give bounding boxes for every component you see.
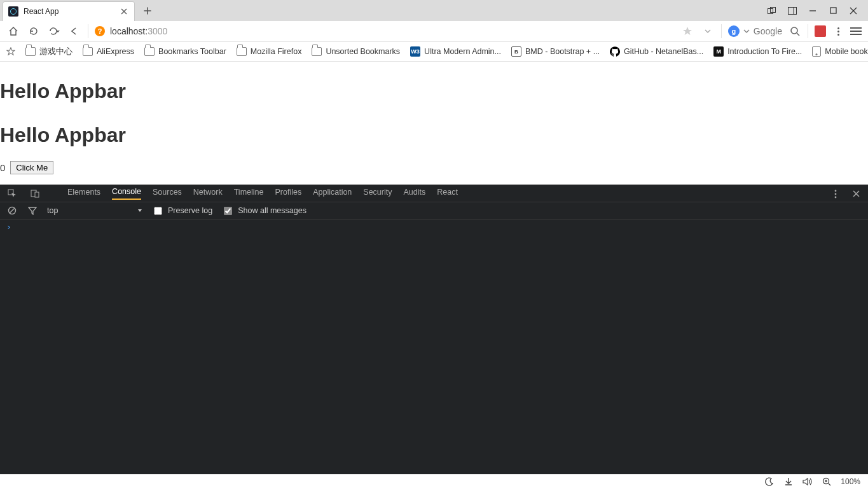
reload-button[interactable] (27, 24, 41, 38)
devtools-tab-timeline[interactable]: Timeline (234, 188, 264, 199)
downloads-icon[interactable] (783, 477, 794, 487)
history-button[interactable] (47, 24, 61, 38)
devtools-tab-console[interactable]: Console (112, 187, 141, 200)
bookmark-item[interactable]: Mozilla Firefox (237, 47, 302, 56)
search-button[interactable] (789, 26, 801, 36)
new-tab-button[interactable] (139, 2, 156, 20)
svg-line-7 (797, 33, 799, 36)
kebab-menu-button[interactable] (832, 27, 844, 36)
context-value: top (47, 206, 58, 215)
bookmark-item[interactable]: Unsorted Bookmarks (312, 47, 400, 56)
window-sidebar-icon[interactable] (787, 5, 798, 17)
devtools-tabs: Elements Console Sources Network Timelin… (0, 185, 868, 202)
folder-icon (312, 47, 322, 56)
hamburger-menu-button[interactable] (850, 27, 862, 35)
dropdown-chevron-icon[interactable] (701, 24, 715, 38)
volume-icon[interactable] (803, 477, 813, 487)
react-favicon-icon (8, 6, 18, 17)
device-toolbar-icon[interactable] (29, 188, 41, 199)
bookmark-item[interactable]: AliExpress (83, 47, 134, 56)
counter-row: 0 Click Me (0, 161, 868, 174)
page-heading-1: Hello Appbar (0, 62, 868, 103)
devtools-tab-sources[interactable]: Sources (153, 188, 182, 199)
svg-rect-2 (789, 7, 797, 14)
page-heading-2: Hello Appbar (0, 103, 868, 147)
console-toolbar: top Preserve log Show all messages (0, 202, 868, 220)
devtools-close-button[interactable] (850, 188, 862, 200)
devtools-tab-audits[interactable]: Audits (403, 188, 425, 199)
bookmarks-star-icon[interactable] (6, 46, 15, 57)
preserve-log-input[interactable] (154, 207, 162, 215)
w3-icon: W3 (410, 46, 420, 57)
devtools-panel: Elements Console Sources Network Timelin… (0, 185, 868, 474)
devtools-tab-react[interactable]: React (437, 188, 458, 199)
window-maximize-button[interactable] (827, 5, 839, 17)
console-prompt-icon: › (6, 222, 11, 232)
url-port: 3000 (148, 26, 167, 36)
svg-point-13 (835, 196, 837, 198)
devtools-tab-elements[interactable]: Elements (67, 188, 100, 199)
extension-icon[interactable] (815, 25, 826, 37)
svg-point-11 (835, 190, 837, 192)
bookmark-label: GitHub - NetanelBas... (624, 47, 703, 56)
system-tray: 100% (0, 474, 868, 488)
filter-icon[interactable] (27, 205, 38, 216)
google-icon: g (728, 25, 740, 37)
devtools-kebab-button[interactable] (830, 188, 841, 200)
preserve-log-checkbox[interactable]: Preserve log (151, 205, 212, 217)
night-mode-icon[interactable] (764, 477, 775, 487)
svg-line-15 (10, 208, 15, 213)
bookmark-label: AliExpress (97, 47, 134, 56)
search-provider[interactable]: g Google (728, 25, 782, 37)
folder-icon (25, 47, 36, 56)
clear-console-button[interactable] (6, 205, 18, 216)
bookmark-item[interactable]: Bookmarks Toolbar (144, 47, 226, 56)
bookmark-item[interactable]: W3Ultra Modern Admin... (410, 46, 501, 57)
url-field[interactable]: ? localhost:3000 (95, 23, 674, 39)
site-warning-icon: ? (95, 26, 105, 36)
browser-tab-active[interactable]: React App (3, 1, 135, 21)
page-viewport: Hello Appbar Hello Appbar 0 Click Me (0, 62, 868, 185)
zoom-level: 100% (841, 477, 860, 486)
devtools-tab-profiles[interactable]: Profiles (275, 188, 301, 199)
window-minimize-button[interactable] (807, 5, 818, 17)
url-text: localhost:3000 (110, 26, 167, 36)
bmd-icon: B (511, 46, 521, 57)
bookmark-item[interactable]: BBMD - Bootstrap + ... (511, 46, 600, 57)
preserve-log-label: Preserve log (168, 206, 212, 215)
bookmark-star-button[interactable] (680, 24, 694, 38)
inspect-element-icon[interactable] (6, 188, 18, 199)
devtools-tab-security[interactable]: Security (363, 188, 392, 199)
bookmark-item[interactable]: 游戏中心 (25, 46, 72, 57)
home-button[interactable] (6, 24, 20, 38)
mobile-bookmarks[interactable]: Mobile bookmarks (812, 46, 868, 57)
window-tabs-icon[interactable] (766, 5, 778, 17)
zoom-icon[interactable] (822, 477, 832, 487)
svg-rect-10 (35, 192, 39, 197)
bookmark-item[interactable]: GitHub - NetanelBas... (610, 46, 703, 57)
tab-title: React App (24, 7, 114, 16)
console-output[interactable]: › (0, 220, 868, 474)
address-bar: ? localhost:3000 g Google (0, 21, 868, 42)
medium-icon: M (713, 46, 724, 57)
svg-point-12 (835, 193, 837, 195)
tab-close-button[interactable] (119, 6, 129, 17)
url-host: localhost: (110, 26, 148, 36)
mobile-device-icon (812, 46, 821, 57)
bookmarks-bar: 游戏中心 AliExpress Bookmarks Toolbar Mozill… (0, 42, 868, 62)
show-all-input[interactable] (224, 207, 232, 215)
separator (721, 24, 722, 38)
devtools-tab-network[interactable]: Network (193, 188, 223, 199)
devtools-tab-application[interactable]: Application (313, 188, 352, 199)
back-button[interactable] (67, 24, 81, 38)
context-selector[interactable]: top (47, 206, 142, 215)
folder-icon (83, 47, 93, 56)
bookmark-label: 游戏中心 (39, 46, 72, 57)
svg-line-19 (829, 483, 831, 485)
window-close-button[interactable] (848, 5, 859, 17)
click-me-button[interactable]: Click Me (10, 161, 53, 174)
show-all-messages-checkbox[interactable]: Show all messages (221, 205, 307, 217)
bookmark-item[interactable]: MIntroduction To Fire... (713, 46, 802, 57)
separator (88, 24, 88, 38)
show-all-label: Show all messages (238, 206, 307, 215)
